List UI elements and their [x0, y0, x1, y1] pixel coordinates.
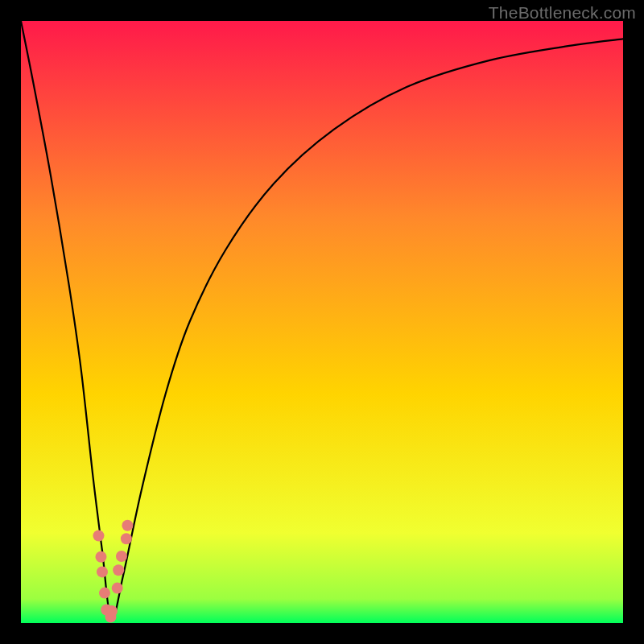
chart-canvas: [21, 21, 623, 623]
highlight-point: [116, 551, 127, 562]
gradient-background: [21, 21, 623, 623]
highlight-point: [95, 551, 106, 563]
highlight-point: [99, 588, 110, 599]
chart-frame: TheBottleneck.com: [0, 0, 644, 644]
highlight-point: [113, 564, 124, 576]
plot-area: [21, 21, 623, 623]
highlight-point: [93, 530, 104, 542]
highlight-point: [112, 583, 123, 594]
highlight-point: [97, 566, 108, 577]
attribution-text: TheBottleneck.com: [489, 3, 636, 23]
highlight-point: [121, 533, 132, 544]
highlight-point: [106, 605, 118, 617]
highlight-point: [122, 520, 133, 531]
